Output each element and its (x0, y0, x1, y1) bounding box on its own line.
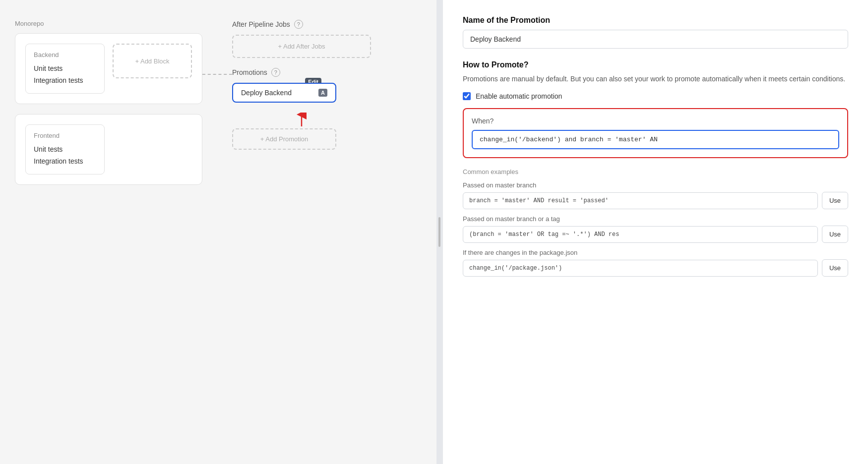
example-2-row: (branch = 'master' OR tag =~ '.*') AND r… (463, 226, 848, 243)
add-promotion-label: + Add Promotion (260, 135, 308, 143)
promotion-name-input[interactable] (463, 30, 848, 49)
scrollbar-thumb (438, 217, 440, 247)
example-1-use-button[interactable]: Use (822, 192, 848, 209)
after-pipeline-section: After Pipeline Jobs ? + Add After Jobs P… (232, 20, 371, 150)
example-3-title: If there are changes in the package.json (463, 249, 848, 256)
enable-auto-row: Enable automatic promotion (463, 92, 848, 100)
frontend-job-integration: Integration tests (34, 155, 96, 167)
monorepo-content: Backend Unit tests Integration tests + A… (15, 33, 202, 104)
after-pipeline-header: After Pipeline Jobs ? (232, 20, 371, 29)
frontend-content: Frontend Unit tests Integration tests (15, 114, 202, 185)
promotions-section: Promotions ? Edit Deploy Backend A (232, 68, 371, 150)
monorepo-wrapper: Monorepo Backend Unit tests Integration … (15, 20, 202, 185)
example-3-row: change_in('/package.json') Use (463, 259, 848, 277)
example-1-row: branch = 'master' AND result = 'passed' … (463, 192, 848, 209)
divider (436, 0, 442, 464)
red-arrow-container (232, 113, 371, 126)
when-input[interactable] (472, 130, 839, 149)
backend-block-title: Backend (34, 51, 96, 58)
right-panel: Name of the Promotion How to Promote? Pr… (442, 0, 868, 464)
promotions-header: Promotions ? (232, 68, 371, 77)
add-after-jobs-label: + Add After Jobs (278, 43, 325, 50)
h-connector (202, 59, 232, 89)
pipeline-layout: Monorepo Backend Unit tests Integration … (15, 20, 422, 444)
example-3-use-button[interactable]: Use (822, 259, 848, 277)
deploy-backend-button[interactable]: Deploy Backend A (232, 83, 336, 103)
name-of-promotion-label: Name of the Promotion (463, 16, 848, 25)
enable-auto-checkbox[interactable] (463, 92, 471, 100)
red-arrow-icon (296, 113, 308, 126)
example-1-title: Passed on master branch (463, 181, 848, 189)
add-block-button[interactable]: + Add Block (113, 44, 192, 78)
monorepo-title: Monorepo (15, 20, 202, 27)
promotions-help-icon[interactable]: ? (271, 68, 280, 77)
backend-job-integration: Integration tests (34, 74, 96, 86)
frontend-block-title: Frontend (34, 132, 96, 139)
left-panel: Monorepo Backend Unit tests Integration … (0, 0, 436, 464)
example-2-code: (branch = 'master' OR tag =~ '.*') AND r… (463, 226, 818, 243)
example-3-code: change_in('/package.json') (463, 260, 818, 277)
example-2-use-button[interactable]: Use (822, 226, 848, 243)
backend-block: Backend Unit tests Integration tests (25, 44, 105, 94)
after-pipeline-help-icon[interactable]: ? (294, 20, 303, 29)
add-block-label: + Add Block (135, 58, 169, 65)
connector-line (202, 74, 232, 75)
add-after-jobs-button[interactable]: + Add After Jobs (232, 35, 371, 58)
add-promotion-button[interactable]: + Add Promotion (232, 128, 336, 150)
how-to-promote-title: How to Promote? (463, 60, 848, 69)
promotions-area: Edit Deploy Backend A (232, 83, 371, 150)
after-pipeline-title: After Pipeline Jobs (232, 20, 290, 28)
how-to-promote-desc: Promotions are manual by default. But yo… (463, 73, 848, 84)
frontend-block: Frontend Unit tests Integration tests (25, 124, 105, 174)
auto-badge: A (318, 89, 327, 97)
common-examples-title: Common examples (463, 168, 848, 175)
promotions-title: Promotions (232, 68, 267, 76)
example-1-code: branch = 'master' AND result = 'passed' (463, 192, 818, 209)
enable-auto-label: Enable automatic promotion (476, 92, 562, 100)
frontend-job-unit: Unit tests (34, 143, 96, 155)
backend-job-unit: Unit tests (34, 62, 96, 74)
when-box: When? (463, 108, 848, 158)
when-label: When? (472, 117, 839, 125)
deploy-backend-label: Deploy Backend (241, 89, 292, 97)
example-2-title: Passed on master branch or a tag (463, 215, 848, 223)
